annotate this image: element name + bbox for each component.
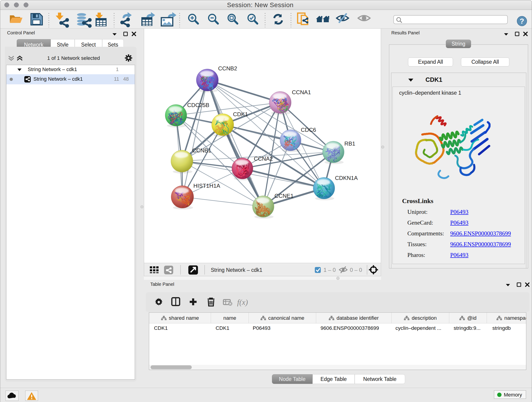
- svg-text:RB1: RB1: [344, 140, 355, 147]
- svg-text:HIST1H1A: HIST1H1A: [193, 183, 220, 189]
- svg-text:CDC25B: CDC25B: [187, 102, 209, 108]
- svg-text:f(x): f(x): [237, 298, 248, 307]
- svg-text:CCNB1: CCNB1: [192, 147, 211, 153]
- svg-text:0 – 0: 0 – 0: [350, 267, 362, 273]
- svg-text:CCNB2: CCNB2: [218, 65, 237, 71]
- svg-text:?: ?: [520, 17, 524, 25]
- svg-text:CCNE1: CCNE1: [274, 193, 293, 199]
- svg-text:String Network – cdk1: String Network – cdk1: [211, 267, 262, 273]
- svg-text:CDKN1A: CDKN1A: [335, 175, 358, 181]
- svg-text:CCNA2: CCNA2: [254, 156, 273, 162]
- svg-text:1 – 0: 1 – 0: [323, 267, 336, 273]
- svg-text:CDC6: CDC6: [301, 127, 316, 133]
- svg-text:CCNA1: CCNA1: [292, 89, 311, 95]
- svg-text:CDK1: CDK1: [233, 111, 248, 117]
